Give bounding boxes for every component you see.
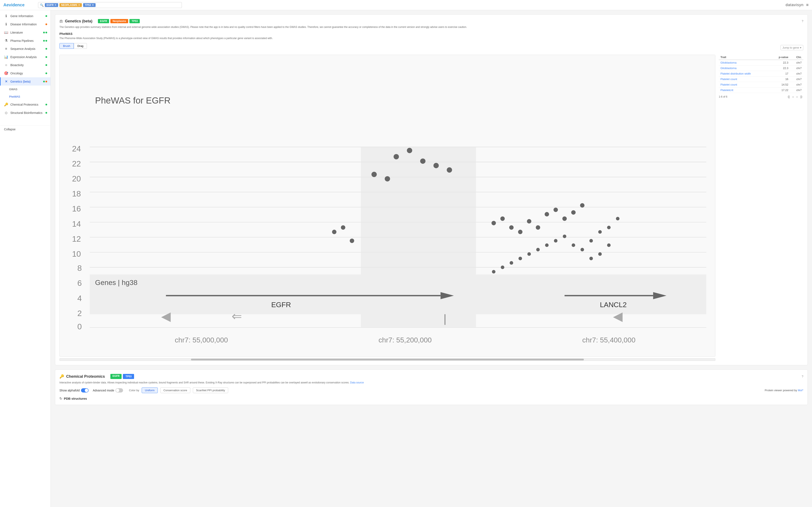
pvalue-5: 14.52 — [770, 82, 790, 88]
svg-point-32 — [394, 154, 399, 159]
trait-link-6[interactable]: Plateletcrit — [720, 89, 733, 92]
sidebar-item-genetics[interactable]: ✕ Genetics (beta) — [0, 77, 51, 86]
brush-button[interactable]: Brush — [59, 43, 74, 49]
alphafold-toggle-wrap: Show alphafold — [59, 388, 89, 393]
chem-prot-title: Chemical Proteomics — [66, 374, 105, 379]
svg-point-45 — [518, 230, 522, 234]
trait-link-2[interactable]: Glioblastoma — [720, 66, 737, 70]
svg-point-68 — [616, 217, 620, 221]
sidebar-item-sequence[interactable]: ≡ Sequence Analysis — [0, 45, 51, 53]
svg-point-44 — [509, 225, 514, 230]
gene-tag-egfr[interactable]: EGFR — [98, 19, 109, 23]
info-icon: ℹ — [4, 14, 8, 18]
svg-point-46 — [527, 219, 531, 224]
genetics-help-icon[interactable]: ? — [802, 19, 803, 23]
sidebar-label-pharma: Pharma Pipelines — [10, 39, 41, 43]
trait-link-4[interactable]: Platelet count — [720, 77, 737, 81]
sidebar-label-bioactivity: Bioactivity — [10, 63, 43, 67]
chem-prot-card: 🔑 Chemical Proteomics EGFR TP53 ? Intera… — [55, 370, 808, 405]
chem-prot-icon: 🔑 — [59, 374, 64, 379]
search-tags: EGFR ✕ NEOPLASMS ✕ TP53 ✕ — [45, 3, 96, 7]
sidebar-item-literature[interactable]: 📖 Literature — [0, 28, 51, 37]
last-page-button[interactable]: |⟩ — [799, 95, 803, 99]
trait-link-3[interactable]: Platelet distribution width — [720, 72, 751, 75]
logo-text: Aevidence — [3, 3, 24, 7]
tag-tp53-close[interactable]: ✕ — [92, 4, 94, 7]
pvalue-6: 17.22 — [770, 88, 790, 93]
chart-scrollbar[interactable] — [59, 358, 715, 361]
phewas-section-desc: The Phenome-Wide Association Study (PheW… — [59, 36, 803, 40]
svg-point-37 — [371, 172, 377, 177]
chr-5: chr7 — [790, 82, 803, 88]
sidebar-item-gwas[interactable]: GWAS — [0, 86, 51, 93]
svg-point-57 — [518, 257, 522, 260]
color-uniform-button[interactable]: Uniform — [142, 387, 158, 393]
sidebar-label-expression: Expression Analysis — [10, 55, 43, 59]
sidebar-item-disease-info[interactable]: ℹ Disease Information — [0, 20, 51, 28]
svg-point-71 — [607, 243, 611, 247]
phewas-chart-svg[interactable]: 0 2 4 6 8 10 12 14 16 18 20 22 24 — [59, 55, 715, 356]
chem-tag-tp53[interactable]: TP53 — [123, 374, 134, 379]
trait-link-1[interactable]: Glioblastoma — [720, 61, 737, 64]
mol-link[interactable]: Mol* — [798, 389, 803, 392]
color-scannet-button[interactable]: ScanNet PPI probability — [193, 387, 228, 393]
sidebar-item-pharma[interactable]: ⚗ Pharma Pipelines — [0, 37, 51, 45]
tag-egfr[interactable]: EGFR ✕ — [45, 3, 58, 7]
pvalue-3: 17 — [770, 71, 790, 76]
refresh-icon[interactable]: ↻ — [59, 397, 62, 400]
drag-button[interactable]: Drag — [74, 43, 87, 49]
header-right: datavisyn ≡ — [785, 3, 809, 7]
protein-viewer-label: Protein viewer powered by Mol* — [765, 389, 803, 392]
svg-text:⇐: ⇐ — [232, 309, 242, 323]
tag-neoplasms-close[interactable]: ✕ — [78, 4, 80, 7]
sidebar-item-gene-info[interactable]: ℹ Gene Information — [0, 12, 51, 20]
table-row: Platelet distribution width 17 chr7 — [719, 71, 803, 76]
sidebar-item-phewas[interactable]: PheWAS — [0, 93, 51, 100]
svg-text:8: 8 — [78, 264, 82, 273]
struct-icon: ◇ — [4, 111, 8, 115]
sidebar-item-oncology[interactable]: 🎯 Oncology — [0, 69, 51, 77]
advanced-mode-toggle[interactable] — [115, 388, 123, 393]
collapse-button[interactable]: Collapse — [0, 125, 51, 133]
svg-text:0: 0 — [78, 322, 82, 331]
tag-tp53[interactable]: TP53 ✕ — [83, 3, 96, 7]
status-dot-oncology — [45, 72, 47, 74]
sidebar-item-bioactivity[interactable]: ○ Bioactivity — [0, 61, 51, 69]
color-conservation-button[interactable]: Conservation score — [160, 387, 190, 393]
svg-text:22: 22 — [72, 159, 81, 168]
jump-placeholder: Jump to gene — [782, 46, 799, 49]
svg-text:chr7: 55,400,000: chr7: 55,400,000 — [582, 336, 636, 344]
chem-tag-egfr[interactable]: EGFR — [110, 374, 121, 379]
trait-link-5[interactable]: Platelet count — [720, 83, 737, 86]
sidebar-item-expression[interactable]: 📊 Expression Analysis — [0, 53, 51, 61]
sidebar-label-chem-prot: Chemical Proteomics — [10, 103, 43, 106]
alphafold-toggle[interactable] — [81, 388, 89, 393]
first-page-button[interactable]: ⟨| — [786, 95, 791, 99]
tag-egfr-close[interactable]: ✕ — [54, 4, 56, 7]
search-bar[interactable]: 🔍 EGFR ✕ NEOPLASMS ✕ TP53 ✕ — [38, 2, 182, 8]
pharma-icon: ⚗ — [4, 39, 8, 43]
svg-text:12: 12 — [72, 234, 81, 243]
sidebar-item-chem-prot[interactable]: 🔑 Chemical Proteomics — [0, 100, 51, 109]
prev-page-button[interactable]: ‹ — [792, 95, 795, 99]
chem-icon: 🔑 — [4, 103, 8, 107]
svg-text:18: 18 — [72, 189, 81, 198]
tag-neoplasms[interactable]: NEOPLASMS ✕ — [59, 3, 82, 7]
next-page-button[interactable]: › — [796, 95, 799, 99]
genetics-card-title: Genetics (beta) — [65, 19, 92, 23]
col-chr[interactable]: Chr. — [790, 55, 803, 60]
genetics-card-icon: ⚖ — [59, 19, 63, 23]
phewas-chart-container: 0 2 4 6 8 10 12 14 16 18 20 22 24 — [59, 55, 803, 361]
menu-icon[interactable]: ≡ — [806, 3, 809, 7]
gene-tag-tp53[interactable]: TP53 — [130, 19, 140, 23]
chem-prot-help-icon[interactable]: ? — [802, 375, 803, 378]
gene-tag-neoplasms[interactable]: Neoplasms — [110, 19, 128, 23]
col-trait[interactable]: Trait — [719, 55, 770, 60]
col-pvalue[interactable]: p-value — [770, 55, 790, 60]
data-source-link[interactable]: Data source — [350, 381, 364, 384]
app-header: Aevidence 🔍 EGFR ✕ NEOPLASMS ✕ TP53 ✕ da… — [0, 0, 812, 10]
svg-point-36 — [447, 167, 452, 173]
sidebar-item-struct-bio[interactable]: ◇ Structural Bioinformatics — [0, 109, 51, 117]
jump-to-gene-input[interactable]: Jump to gene ▾ — [780, 45, 803, 50]
svg-point-62 — [563, 234, 566, 238]
